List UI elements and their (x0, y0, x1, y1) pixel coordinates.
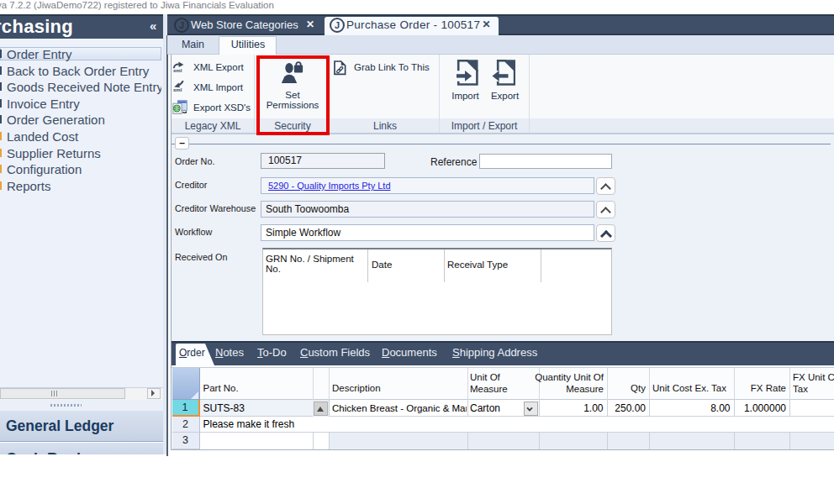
svg-text:xml: xml (173, 87, 182, 92)
svg-text:xml: xml (173, 67, 182, 72)
